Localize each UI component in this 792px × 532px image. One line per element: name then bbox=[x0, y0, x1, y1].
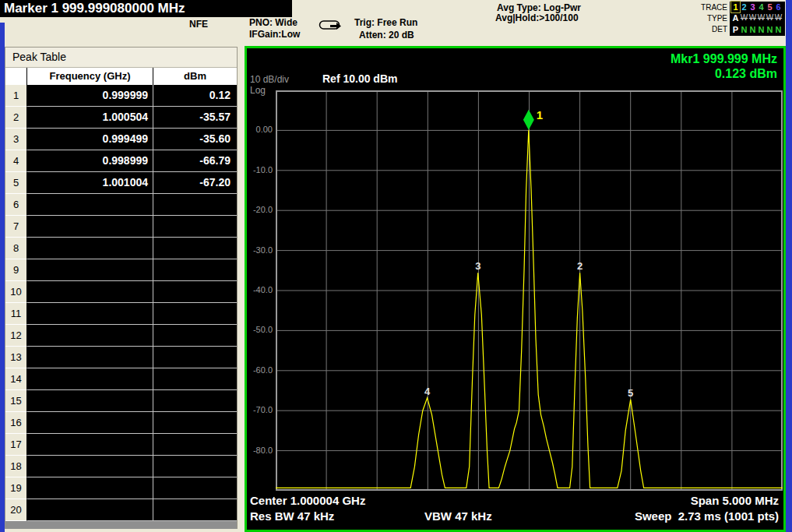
table-row: 10.9999990.12 bbox=[5, 85, 237, 107]
dbm-cell bbox=[153, 390, 237, 412]
frequency-cell bbox=[27, 238, 153, 259]
table-row: 19 bbox=[5, 477, 237, 499]
table-row: 51.001004-67.20 bbox=[5, 172, 237, 194]
trace-legend: 123456AWWWWWPNNNNN bbox=[730, 2, 785, 36]
table-horizontal-scrollbar[interactable] bbox=[5, 521, 237, 529]
trace-number-1[interactable]: 1 bbox=[731, 2, 740, 12]
trace-detector-4: N bbox=[757, 24, 766, 35]
frequency-cell bbox=[27, 325, 153, 347]
dbm-cell bbox=[153, 499, 237, 521]
row-number-cell: 2 bbox=[5, 107, 27, 129]
dbm-cell: -66.79 bbox=[153, 150, 237, 172]
trace-detector-row: PNNNNN bbox=[731, 24, 783, 35]
sweep-label: Sweep 2.73 ms (1001 pts) bbox=[635, 509, 779, 523]
dbm-cell bbox=[153, 477, 237, 499]
marker-label-3: 3 bbox=[475, 260, 480, 272]
dbm-cell bbox=[153, 281, 237, 303]
table-row: 30.999499-35.60 bbox=[5, 129, 237, 150]
dbm-cell bbox=[153, 194, 237, 216]
spectrum-plot[interactable]: 12345 bbox=[276, 90, 783, 491]
center-frequency-label: Center 1.000004 GHz bbox=[250, 494, 365, 507]
trace-number-row: 123456 bbox=[731, 2, 783, 12]
y-axis-label: -60.0 bbox=[247, 365, 273, 375]
trace-type-4: W bbox=[757, 12, 766, 23]
atten-indicator: Atten: 20 dB bbox=[359, 30, 414, 41]
dbm-column-header: dBm bbox=[153, 68, 237, 85]
frequency-cell bbox=[27, 347, 153, 368]
trace-type-5: W bbox=[766, 12, 774, 23]
frequency-cell bbox=[27, 303, 153, 325]
y-axis-label: -50.0 bbox=[247, 325, 273, 334]
table-row: 13 bbox=[5, 347, 237, 368]
row-number-cell: 15 bbox=[5, 390, 27, 412]
dbm-cell bbox=[153, 259, 237, 281]
nfe-indicator: NFE bbox=[189, 19, 208, 30]
row-number-cell: 12 bbox=[5, 325, 27, 347]
table-row: 14 bbox=[5, 368, 237, 390]
row-number-cell: 8 bbox=[5, 238, 27, 259]
trace-number-2[interactable]: 2 bbox=[740, 2, 748, 12]
frequency-cell bbox=[27, 368, 153, 390]
dbm-cell bbox=[153, 238, 237, 259]
dbm-cell: 0.12 bbox=[153, 85, 237, 107]
analyzer-screen: Marker 1 999.999080000 MHz NFE PNO: Wide… bbox=[0, 0, 792, 532]
peak-table-window: Peak Table Frequency (GHz) dBm 10.999999… bbox=[5, 47, 238, 529]
table-row: 40.998999-66.79 bbox=[5, 150, 237, 172]
frequency-cell bbox=[27, 434, 153, 456]
trace-number-6[interactable]: 6 bbox=[774, 2, 783, 12]
peak-table-title: Peak Table bbox=[5, 48, 237, 68]
trace-number-3[interactable]: 3 bbox=[748, 2, 757, 12]
row-number-column-header bbox=[5, 68, 27, 85]
row-number-cell: 7 bbox=[5, 216, 27, 238]
row-number-cell: 16 bbox=[5, 412, 27, 434]
frequency-cell bbox=[27, 390, 153, 412]
table-row: 9 bbox=[5, 259, 237, 281]
frequency-cell bbox=[27, 216, 153, 238]
dbm-cell bbox=[153, 434, 237, 456]
row-number-cell: 17 bbox=[5, 434, 27, 456]
trace-type-6: W bbox=[774, 12, 783, 23]
table-row: 7 bbox=[5, 216, 237, 238]
trace-type-row: AWWWWW bbox=[731, 12, 783, 23]
type-row-label: TYPE bbox=[679, 13, 727, 24]
rbw-label: Res BW 47 kHz bbox=[250, 509, 334, 523]
trace-number-5[interactable]: 5 bbox=[766, 2, 774, 12]
frequency-cell bbox=[27, 499, 153, 521]
ifgain-indicator: IFGain:Low bbox=[249, 29, 300, 40]
dbm-cell bbox=[153, 216, 237, 238]
peak-table-body: 10.9999990.1221.000504-35.5730.999499-35… bbox=[5, 85, 237, 521]
trace-number-4[interactable]: 4 bbox=[757, 2, 766, 12]
trace-type-1: A bbox=[731, 12, 740, 23]
avg-hold-indicator: Avg|Hold:>100/100 bbox=[495, 12, 579, 23]
y-axis-label: -40.0 bbox=[247, 285, 273, 294]
dbm-cell bbox=[153, 412, 237, 434]
table-row: 16 bbox=[5, 412, 237, 434]
trace-type-3: W bbox=[748, 12, 757, 23]
vbw-label: VBW 47 kHz bbox=[424, 509, 492, 523]
det-row-label: DET bbox=[679, 24, 727, 35]
row-number-cell: 11 bbox=[5, 303, 27, 325]
trace-legend-labels: TRACE TYPE DET bbox=[679, 2, 727, 35]
table-row: 21.000504-35.57 bbox=[5, 107, 237, 129]
marker1-amplitude: 0.123 dBm bbox=[671, 66, 777, 81]
row-number-cell: 4 bbox=[5, 150, 27, 172]
table-row: 11 bbox=[5, 303, 237, 325]
dbm-cell bbox=[153, 303, 237, 325]
trigger-indicator: Trig: Free Run bbox=[354, 17, 417, 28]
right-window-edge bbox=[786, 0, 792, 532]
marker1-diamond-icon[interactable] bbox=[523, 110, 534, 130]
frequency-cell bbox=[27, 477, 153, 499]
y-axis-label: -30.0 bbox=[247, 245, 273, 255]
marker-label-1: 1 bbox=[537, 108, 543, 122]
frequency-cell: 0.998999 bbox=[27, 150, 153, 172]
continuous-sweep-icon[interactable] bbox=[319, 19, 342, 35]
pno-indicator: PNO: Wide bbox=[249, 17, 297, 28]
frequency-cell: 1.000504 bbox=[27, 107, 153, 129]
trace-detector-3: N bbox=[748, 24, 757, 35]
dbm-cell: -35.57 bbox=[153, 107, 237, 129]
dbm-cell bbox=[153, 325, 237, 347]
y-axis-label: -10.0 bbox=[247, 165, 273, 174]
row-number-cell: 14 bbox=[5, 368, 27, 390]
trace-detector-6: N bbox=[774, 24, 783, 35]
table-row: 6 bbox=[5, 194, 237, 216]
